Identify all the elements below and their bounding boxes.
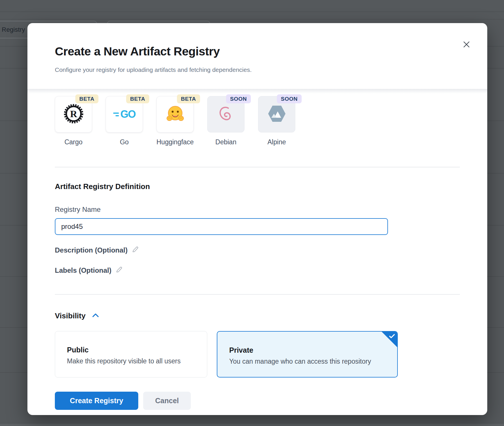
- dialog-actions: Create Registry Cancel: [55, 392, 460, 410]
- description-label: Description (Optional): [55, 246, 128, 254]
- labels-label: Labels (Optional): [55, 266, 111, 274]
- beta-badge: BETA: [126, 94, 149, 103]
- go-logo-icon: GO: [113, 108, 135, 120]
- visibility-options: Public Make this repository visible to a…: [55, 331, 460, 378]
- soon-badge: SOON: [226, 94, 251, 103]
- backdrop-registry-filter-label: Registry: [2, 26, 25, 33]
- edit-pencil-icon[interactable]: [115, 266, 123, 275]
- backdrop-toolbar-divider: [0, 19, 504, 19]
- alpine-mountain-icon: [267, 105, 286, 124]
- option-description: Make this repository visible to all user…: [67, 357, 207, 365]
- create-registry-button[interactable]: Create Registry: [55, 392, 138, 410]
- chevron-up-icon[interactable]: [92, 311, 99, 320]
- package-type-huggingface[interactable]: BETA: [156, 94, 194, 146]
- create-registry-dialog: Create a New Artifact Registry Configure…: [27, 23, 487, 415]
- dialog-subtitle: Configure your registry for uploading ar…: [55, 66, 460, 73]
- beta-badge: BETA: [177, 94, 200, 103]
- huggingface-face-icon: [166, 104, 184, 124]
- close-button[interactable]: [462, 40, 471, 50]
- registry-name-input[interactable]: [55, 218, 388, 235]
- visibility-heading-label: Visibility: [55, 311, 85, 320]
- package-type-label: Debian: [207, 138, 244, 146]
- section-divider: [55, 294, 460, 295]
- visibility-heading: Visibility: [55, 311, 460, 320]
- dialog-title: Create a New Artifact Registry: [55, 45, 460, 58]
- package-type-label: Huggingface: [156, 138, 194, 146]
- checkmark-icon: [389, 334, 395, 340]
- package-type-label: Cargo: [55, 138, 92, 146]
- debian-swirl-icon: [217, 105, 235, 124]
- visibility-option-private[interactable]: Private You can manage who can access th…: [217, 331, 398, 378]
- option-title: Public: [67, 346, 207, 354]
- dialog-body: BETA R Cargo BETA: [27, 94, 487, 410]
- package-type-label: Go: [106, 138, 143, 146]
- package-type-go[interactable]: BETA GO Go: [106, 94, 143, 146]
- cargo-gear-icon: R: [64, 104, 83, 125]
- screen: Registry Create a New Artifact Registry …: [0, 0, 504, 426]
- edit-pencil-icon[interactable]: [132, 246, 139, 255]
- backdrop-footer-bar: [0, 423, 504, 426]
- package-type-row: BETA R Cargo BETA: [55, 94, 460, 146]
- labels-row: Labels (Optional): [55, 266, 460, 275]
- option-description: You can manage who can access this repos…: [229, 358, 397, 365]
- beta-badge: BETA: [75, 94, 98, 103]
- dialog-header: Create a New Artifact Registry Configure…: [27, 23, 487, 89]
- package-type-cargo[interactable]: BETA R Cargo: [55, 94, 92, 146]
- cancel-button[interactable]: Cancel: [143, 392, 191, 410]
- package-type-label: Alpine: [258, 138, 295, 146]
- header-shadow: [27, 89, 487, 94]
- visibility-option-public[interactable]: Public Make this repository visible to a…: [55, 331, 207, 378]
- close-icon: [462, 46, 471, 50]
- backdrop-topbar-divider: [0, 12, 504, 12]
- registry-name-label: Registry Name: [55, 205, 460, 214]
- package-type-alpine: SOON Alpine: [258, 94, 295, 146]
- svg-text:R: R: [70, 109, 77, 119]
- section-divider: [55, 167, 460, 167]
- definition-heading: Artifact Registry Definition: [55, 182, 460, 191]
- package-type-debian: SOON Debian: [207, 94, 244, 146]
- description-row: Description (Optional): [55, 246, 460, 255]
- option-title: Private: [229, 346, 397, 354]
- soon-badge: SOON: [277, 94, 302, 103]
